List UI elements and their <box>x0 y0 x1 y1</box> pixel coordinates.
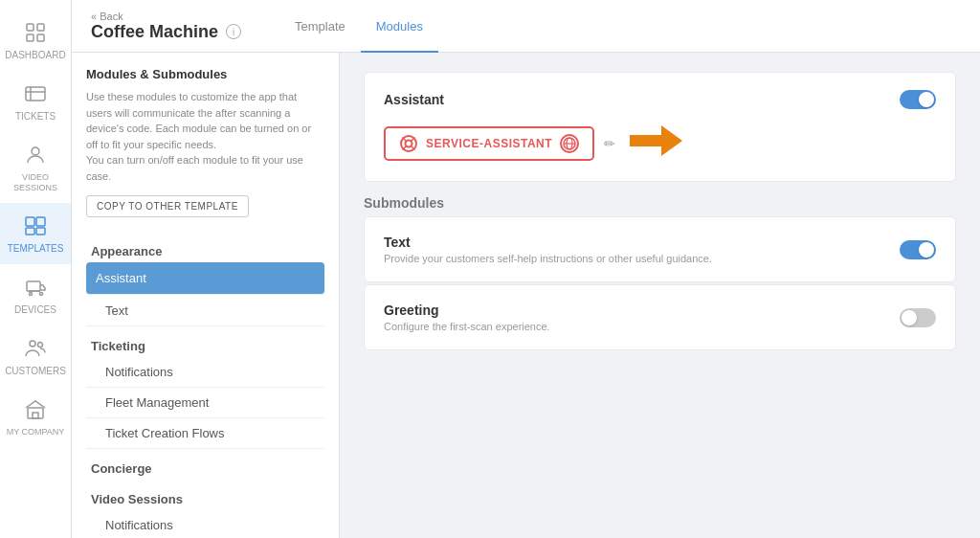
assistant-title: Assistant <box>384 92 444 107</box>
text-module-content: Text Provide your customers self-help in… <box>384 235 900 264</box>
text-module-row: Text Provide your customers self-help in… <box>364 216 956 282</box>
greeting-module-title: Greeting <box>384 303 900 318</box>
assistant-toggle-knob <box>919 92 934 107</box>
main-area: « Back Coffee Machine i Template Modules… <box>72 0 980 538</box>
tab-modules[interactable]: Modules <box>361 1 438 53</box>
top-tabs: Template Modules <box>279 0 438 52</box>
video-sessions-icon <box>22 142 49 168</box>
sidebar-group-concierge: Concierge <box>86 454 324 480</box>
submodules-label: Submodules <box>364 184 956 216</box>
svg-point-11 <box>30 292 33 295</box>
svg-marker-26 <box>630 125 682 156</box>
assistant-badge: SERVICE-ASSISTANT <box>384 126 594 161</box>
svg-rect-2 <box>27 34 33 41</box>
my-company-icon <box>22 396 49 423</box>
dashboard-icon <box>22 19 49 46</box>
svg-point-5 <box>32 147 39 155</box>
sidebar-item-notifications[interactable]: Notifications <box>86 357 324 388</box>
globe-icon <box>560 134 579 153</box>
assistant-toggle[interactable] <box>900 90 936 109</box>
info-icon[interactable]: i <box>226 24 241 39</box>
dashboard-label: DASHBOARD <box>5 50 65 61</box>
sidebar-item-assistant[interactable]: Assistant <box>86 262 324 295</box>
greeting-module-row: Greeting Configure the first-scan experi… <box>364 284 956 350</box>
badge-text: SERVICE-ASSISTANT <box>426 137 552 150</box>
devices-label: DEVICES <box>14 304 56 316</box>
greeting-module-desc: Configure the first-scan experience. <box>384 321 900 332</box>
greeting-module-toggle-knob <box>902 310 917 325</box>
copy-to-template-button[interactable]: COPY TO OTHER TEMPLATE <box>86 195 249 217</box>
text-module-toggle-knob <box>919 242 934 258</box>
sidebar-item-my-company[interactable]: MY COMPANY <box>0 387 71 447</box>
text-module-toggle[interactable] <box>900 240 936 259</box>
tickets-icon <box>22 80 49 107</box>
my-company-label: MY COMPANY <box>7 427 65 437</box>
assistant-badge-row: SERVICE-ASSISTANT ✏ <box>384 123 936 164</box>
svg-rect-7 <box>36 217 45 226</box>
sidebar-item-fleet-management[interactable]: Fleet Management <box>86 388 324 418</box>
svg-point-14 <box>38 342 43 347</box>
text-module-desc: Provide your customers self-help instruc… <box>384 253 900 264</box>
back-link[interactable]: « Back <box>91 11 260 22</box>
left-navigation: DASHBOARD TICKETS VIDEO SESSIONS <box>0 0 72 538</box>
sidebar-group-video-sessions: Video Sessions <box>86 484 324 510</box>
customers-icon <box>22 335 49 362</box>
video-sessions-label: VIDEO SESSIONS <box>5 172 66 193</box>
sidebar-item-dashboard[interactable]: DASHBOARD <box>0 10 71 71</box>
templates-icon <box>22 213 49 239</box>
svg-rect-8 <box>26 228 34 235</box>
sidebar-description: Use these modules to customize the app t… <box>86 89 324 184</box>
orange-arrow-icon <box>625 123 682 164</box>
arrow-indicator <box>625 123 682 164</box>
svg-point-12 <box>40 292 43 295</box>
templates-label: TEMPLATES <box>8 243 64 255</box>
greeting-module-toggle[interactable] <box>900 308 936 327</box>
page-title-area: Coffee Machine i <box>91 22 241 42</box>
devices-icon <box>22 274 49 301</box>
sidebar-item-vs-notifications[interactable]: Notifications <box>86 510 324 538</box>
assistant-section: Assistant <box>364 72 956 182</box>
customers-label: CUSTOMERS <box>5 366 66 377</box>
svg-point-13 <box>30 341 35 347</box>
top-bar: « Back Coffee Machine i Template Modules <box>72 0 980 53</box>
page-title: Coffee Machine <box>91 22 218 42</box>
sidebar-section-title: Modules & Submodules <box>86 67 324 81</box>
sidebar-group-ticketing: Ticketing <box>86 331 324 357</box>
svg-rect-16 <box>33 413 38 418</box>
svg-rect-10 <box>27 281 40 291</box>
right-panel: Assistant <box>340 53 980 538</box>
svg-rect-1 <box>37 24 44 31</box>
svg-rect-0 <box>27 24 33 31</box>
svg-rect-9 <box>36 228 45 235</box>
sidebar-item-ticket-creation-flows[interactable]: Ticket Creation Flows <box>86 418 324 449</box>
sidebar-item-video-sessions[interactable]: VIDEO SESSIONS <box>0 132 71 203</box>
svg-point-18 <box>406 141 412 147</box>
tab-template[interactable]: Template <box>279 1 361 53</box>
sidebar-item-tickets[interactable]: TICKETS <box>0 71 71 132</box>
sidebar-item-devices[interactable]: DEVICES <box>0 264 71 325</box>
sidebar-item-customers[interactable]: CUSTOMERS <box>0 325 71 387</box>
assistant-header: Assistant <box>384 90 936 109</box>
lifebuoy-icon <box>399 134 418 153</box>
text-module-title: Text <box>384 235 900 250</box>
tickets-label: TICKETS <box>15 111 56 123</box>
svg-rect-4 <box>26 87 45 101</box>
svg-rect-6 <box>26 217 34 226</box>
greeting-module-content: Greeting Configure the first-scan experi… <box>384 303 900 332</box>
edit-icon[interactable]: ✏ <box>604 136 615 151</box>
sidebar-panel: Modules & Submodules Use these modules t… <box>72 53 340 538</box>
content-area: Modules & Submodules Use these modules t… <box>72 53 980 538</box>
sidebar-group-appearance: Appearance <box>86 236 324 262</box>
sidebar-item-text[interactable]: Text <box>86 296 324 326</box>
sidebar-item-templates[interactable]: TEMPLATES <box>0 203 71 264</box>
svg-rect-3 <box>37 34 44 41</box>
